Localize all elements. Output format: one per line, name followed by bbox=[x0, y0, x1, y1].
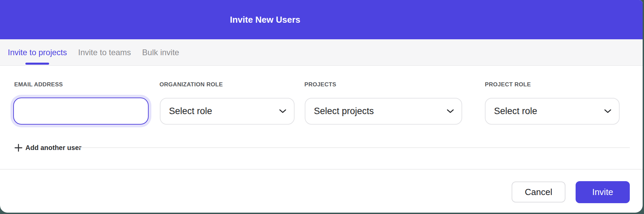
plus-icon bbox=[15, 144, 22, 152]
add-another-user-label: Add another user bbox=[25, 144, 82, 152]
tab-invite-to-projects[interactable]: Invite to projects bbox=[8, 39, 67, 65]
invite-button[interactable]: Invite bbox=[576, 181, 630, 203]
select-value: Select role bbox=[494, 106, 537, 116]
organization-role-label: ORGANIZATION ROLE bbox=[159, 81, 223, 88]
invite-new-users-modal: Invite New Users Invite to projects Invi… bbox=[0, 0, 643, 213]
chevron-down-icon bbox=[279, 109, 286, 113]
tab-invite-to-teams[interactable]: Invite to teams bbox=[78, 39, 131, 65]
organization-role-select[interactable]: Select role bbox=[160, 98, 295, 125]
project-role-select[interactable]: Select role bbox=[485, 98, 620, 125]
project-role-label: PROJECT ROLE bbox=[485, 81, 531, 88]
modal-header: Invite New Users bbox=[0, 0, 643, 39]
tab-bar: Invite to projects Invite to teams Bulk … bbox=[0, 39, 643, 66]
row-divider bbox=[79, 147, 630, 148]
chevron-down-icon bbox=[447, 109, 454, 113]
footer-divider bbox=[0, 169, 643, 170]
chevron-down-icon bbox=[604, 109, 611, 113]
select-value: Select role bbox=[169, 106, 212, 116]
email-address-label: EMAIL ADDRESS bbox=[14, 81, 63, 88]
modal-title: Invite New Users bbox=[230, 15, 300, 25]
tab-label: Invite to projects bbox=[8, 48, 67, 57]
tab-label: Invite to teams bbox=[78, 48, 131, 57]
projects-label: PROJECTS bbox=[304, 81, 336, 88]
tab-bulk-invite[interactable]: Bulk invite bbox=[142, 39, 179, 65]
tab-label: Bulk invite bbox=[142, 48, 179, 57]
active-tab-underline bbox=[25, 63, 49, 65]
select-value: Select projects bbox=[314, 106, 374, 116]
projects-select[interactable]: Select projects bbox=[305, 98, 462, 125]
email-address-input[interactable] bbox=[13, 98, 149, 125]
cancel-button[interactable]: Cancel bbox=[512, 181, 565, 202]
add-another-user-button[interactable]: Add another user bbox=[15, 143, 82, 152]
